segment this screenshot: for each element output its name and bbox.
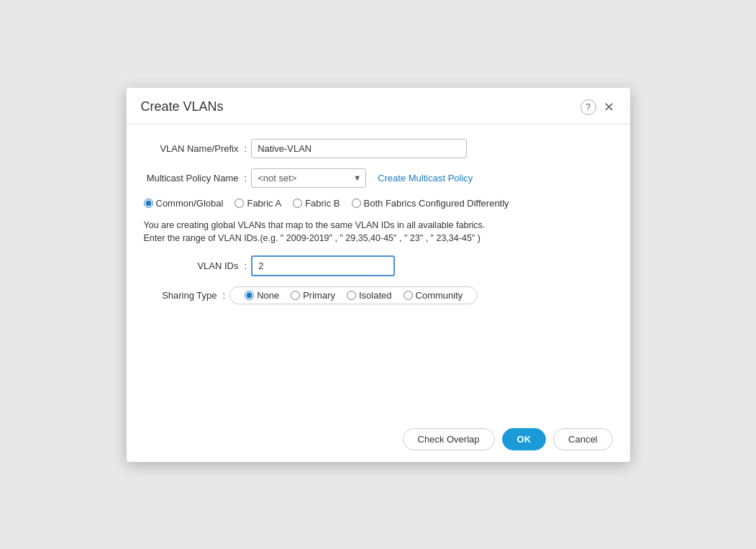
sharing-isolated-radio[interactable] — [347, 291, 356, 300]
scope-radio-group: Common/Global Fabric A Fabric B Both Fab… — [144, 198, 613, 209]
scope-both-label: Both Fabrics Configured Differently — [364, 198, 509, 209]
sharing-options-group: None Primary Isolated Community — [229, 286, 478, 304]
help-button[interactable]: ? — [580, 99, 596, 115]
scope-fabricA-label: Fabric A — [247, 198, 281, 209]
sharing-none-radio[interactable] — [245, 291, 254, 300]
vlan-name-row: VLAN Name/Prefix : — [144, 139, 613, 158]
vlan-ids-colon: : — [245, 260, 252, 271]
create-multicast-policy-link[interactable]: Create Multicast Policy — [378, 173, 473, 183]
dialog-footer: Check Overlap OK Cancel — [127, 417, 630, 462]
scope-common-option[interactable]: Common/Global — [144, 198, 224, 209]
scope-fabricB-label: Fabric B — [305, 198, 340, 209]
sharing-community-radio[interactable] — [404, 291, 413, 300]
sharing-none-option[interactable]: None — [239, 290, 285, 301]
scope-both-radio[interactable] — [352, 199, 361, 208]
dialog-body: VLAN Name/Prefix : Multicast Policy Name… — [127, 124, 630, 417]
scope-common-label: Common/Global — [156, 198, 224, 209]
sharing-primary-option[interactable]: Primary — [285, 290, 341, 301]
scope-fabricA-option[interactable]: Fabric A — [234, 198, 281, 209]
info-text-block: You are creating global VLANs that map t… — [144, 219, 561, 246]
multicast-policy-row: Multicast Policy Name : <not set> ▼ Crea… — [144, 168, 613, 188]
scope-fabricB-option[interactable]: Fabric B — [293, 198, 340, 209]
multicast-policy-label: Multicast Policy Name — [144, 173, 245, 183]
sharing-type-row: Sharing Type : None Primary Isolated Com — [144, 286, 613, 304]
scope-common-radio[interactable] — [144, 199, 153, 208]
sharing-none-label: None — [257, 290, 279, 301]
sharing-community-label: Community — [416, 290, 463, 301]
vlan-ids-label: VLAN IDs — [144, 260, 245, 271]
dialog-header: Create VLANs ? ✕ — [127, 88, 630, 124]
sharing-isolated-option[interactable]: Isolated — [341, 290, 398, 301]
sharing-type-colon: : — [223, 290, 230, 301]
sharing-community-option[interactable]: Community — [398, 290, 469, 301]
close-button[interactable]: ✕ — [602, 101, 616, 114]
check-overlap-button[interactable]: Check Overlap — [403, 428, 495, 450]
dialog-title: Create VLANs — [141, 99, 224, 114]
vlan-ids-input[interactable] — [251, 255, 395, 276]
multicast-policy-select-wrap: <not set> ▼ — [251, 168, 366, 188]
ok-button[interactable]: OK — [502, 428, 547, 450]
sharing-primary-radio[interactable] — [291, 291, 300, 300]
scope-fabricA-radio[interactable] — [234, 199, 244, 208]
multicast-policy-select[interactable]: <not set> — [251, 168, 366, 188]
info-line1: You are creating global VLANs that map t… — [144, 219, 561, 232]
vlan-name-colon: : — [245, 143, 252, 154]
create-vlans-dialog: Create VLANs ? ✕ VLAN Name/Prefix : Mult… — [127, 88, 630, 462]
sharing-type-label: Sharing Type — [144, 290, 223, 301]
info-line2: Enter the range of VLAN IDs.(e.g. " 2009… — [144, 232, 561, 245]
vlan-name-label: VLAN Name/Prefix — [144, 143, 245, 154]
sharing-isolated-label: Isolated — [359, 290, 392, 301]
header-icons: ? ✕ — [580, 99, 616, 115]
sharing-primary-label: Primary — [303, 290, 335, 301]
scope-fabricB-radio[interactable] — [293, 199, 302, 208]
vlan-name-input[interactable] — [251, 139, 467, 158]
multicast-policy-colon: : — [245, 173, 252, 183]
cancel-button[interactable]: Cancel — [553, 428, 612, 450]
vlan-ids-row: VLAN IDs : — [144, 255, 613, 276]
scope-both-option[interactable]: Both Fabrics Configured Differently — [352, 198, 509, 209]
